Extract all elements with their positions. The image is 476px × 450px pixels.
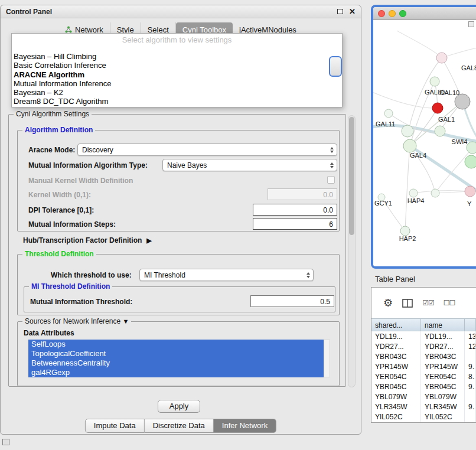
mi-threshold-label: Mutual Information Threshold: [30, 298, 132, 306]
node-label: GAL8 [461, 64, 476, 71]
stepper-icon [307, 272, 313, 278]
network-node[interactable] [465, 155, 476, 168]
mi-algorithm-type-label: Mutual Information Algorithm Type: [28, 161, 148, 169]
cell-value: 9. [465, 361, 476, 371]
table-row[interactable]: YBL079W YBL079W [371, 392, 476, 402]
minimize-window-icon[interactable] [389, 10, 396, 17]
columns-icon[interactable] [402, 299, 413, 308]
network-node[interactable] [436, 53, 447, 63]
cell-value: 9. [465, 402, 476, 412]
control-panel-titlebar[interactable]: Control Panel ✕ [1, 5, 361, 18]
tab-impute-data[interactable]: Impute Data [85, 419, 145, 433]
mi-algorithm-type-select[interactable]: Naive Bayes [162, 159, 337, 171]
settings-scrollbar-thumb[interactable] [349, 117, 354, 235]
manual-kernel-checkbox[interactable] [327, 176, 335, 184]
algorithm-option[interactable]: Mutual Information Inference [12, 79, 342, 88]
network-edge[interactable] [435, 148, 472, 193]
table-row[interactable]: YLR345W YLR345W 9. [371, 402, 476, 412]
sources-for-network-inference-group: Sources for Network Inference ▼ Data Att… [17, 321, 340, 386]
cell-name: YLR345W [421, 402, 465, 412]
column-header-extra[interactable] [465, 319, 476, 331]
table-row[interactable]: YPR145W YPR145W 9. [371, 361, 476, 371]
mi-threshold-field[interactable]: 0.5 [250, 295, 334, 307]
algorithm-option[interactable]: Basic Correlation Inference [12, 61, 342, 70]
network-edge[interactable] [397, 31, 442, 58]
gear-icon[interactable]: ⚙ [383, 296, 393, 309]
cell-value: 9. [465, 381, 476, 392]
mi-steps-label: Mutual Information Steps: [28, 220, 116, 229]
network-node[interactable] [409, 189, 418, 197]
cell-value: 8. [465, 371, 476, 381]
network-node[interactable] [432, 103, 443, 113]
sources-title: Sources for Network Inference [25, 317, 120, 325]
deselect-all-columns-icon[interactable]: ☐☐ [444, 299, 455, 307]
tab-discretize-data[interactable]: Discretize Data [145, 419, 214, 433]
network-node[interactable] [467, 142, 476, 154]
cell-name: YER054C [421, 371, 465, 381]
scrollbar-corner-icon [468, 21, 474, 27]
collapsed-arrow-icon[interactable]: ▶ [146, 237, 151, 244]
node-label: GAL4 [410, 152, 426, 159]
network-node[interactable] [402, 125, 413, 137]
focused-spinner-fragment[interactable] [329, 56, 342, 77]
attribute-item[interactable]: gal4RGexp [28, 368, 324, 377]
table-row[interactable]: YDL19... YDL19... 13 [371, 331, 476, 341]
mi-steps-field[interactable]: 6 [253, 218, 337, 230]
control-panel-window: Control Panel ✕ Network Style Select Cyn… [0, 5, 361, 435]
close-panel-icon[interactable]: ✕ [349, 8, 356, 15]
dpi-tolerance-label: DPI Tolerance [0,1]: [28, 206, 94, 214]
zoom-window-icon[interactable] [399, 10, 406, 17]
settings-scrollbar-track[interactable] [348, 115, 356, 387]
network-node[interactable] [435, 126, 445, 136]
network-node[interactable] [400, 226, 410, 236]
algorithm-option[interactable]: Bayesian – K2 [12, 88, 342, 97]
column-header-shared-name[interactable]: shared... [371, 319, 421, 331]
attribute-item[interactable]: SelfLoops [28, 340, 324, 349]
algorithm-option-list: Bayesian – Hill Climbing Basic Correlati… [12, 52, 342, 106]
attribute-list-scrollbar[interactable] [324, 340, 330, 377]
algorithm-option[interactable]: Bayesian – Hill Climbing [12, 52, 342, 61]
mi-threshold-definition-group: MI Threshold Definition Mutual Informati… [24, 286, 335, 312]
which-threshold-select[interactable]: MI Threshold [139, 269, 314, 281]
close-window-icon[interactable] [378, 10, 385, 17]
algorithm-option[interactable]: Dream8 DC_TDC Algorithm [12, 97, 342, 106]
network-canvas[interactable]: GAL80GAL10GAL11GAL1SWI4GAL4HAP4GCY1HAP2G… [373, 20, 476, 266]
network-node[interactable] [465, 186, 475, 197]
table-row[interactable]: YDR27... YDR27... 12 [371, 341, 476, 351]
attribute-item[interactable]: BetweennessCentrality [28, 358, 324, 368]
stepper-icon [330, 147, 337, 153]
tab-infer-network[interactable]: Infer Network [214, 419, 276, 433]
cell-name: YDR27... [421, 341, 465, 351]
attribute-item[interactable]: TopologicalCoefficient [28, 349, 324, 358]
table-row[interactable]: YBR043C YBR043C [371, 351, 476, 361]
node-label: GAL11 [376, 120, 395, 128]
table-row[interactable]: YER054C YER054C 8. [371, 371, 476, 381]
network-edge[interactable] [405, 146, 410, 231]
cyni-algorithm-settings-group: Cyni Algorithm Settings Algorithm Defini… [8, 114, 346, 387]
kernel-width-field[interactable]: 0.0 [268, 188, 337, 200]
table-row[interactable]: YBR045C YBR045C 9. [371, 381, 476, 392]
network-graph[interactable]: GAL80GAL10GAL11GAL1SWI4GAL4HAP4GCY1HAP2G… [373, 20, 476, 266]
hub-transcription-factor-section[interactable]: Hub/Transcription Factor Definition ▶ [23, 236, 152, 244]
expanded-arrow-icon[interactable]: ▼ [122, 318, 129, 325]
column-header-name[interactable]: name [421, 319, 465, 331]
select-all-columns-icon[interactable]: ☑☑ [422, 299, 434, 307]
cell-shared-name: YBR043C [371, 351, 421, 361]
dpi-tolerance-field[interactable]: 0.0 [253, 204, 337, 216]
node-label: Y [467, 200, 472, 207]
algorithm-option[interactable]: ARACNE Algorithm [12, 70, 342, 79]
network-node[interactable] [430, 77, 439, 86]
algorithm-dropdown-popup: Select algorithm to view settings Bayesi… [11, 33, 343, 107]
network-node[interactable] [403, 139, 416, 152]
network-node[interactable] [431, 189, 439, 197]
cell-name: YDL19... [421, 331, 465, 341]
restore-panel-icon[interactable] [2, 439, 9, 445]
aracne-mode-select[interactable]: Discovery [77, 144, 337, 156]
float-panel-icon[interactable] [337, 9, 343, 14]
apply-button[interactable]: Apply [158, 400, 200, 413]
table-row[interactable]: YIL052C YIL052C [371, 412, 476, 422]
network-window-titlebar[interactable] [373, 7, 476, 20]
cell-shared-name: YPR145W [371, 361, 421, 371]
group-title: Algorithm Definition [22, 126, 95, 134]
network-node[interactable] [384, 109, 393, 118]
